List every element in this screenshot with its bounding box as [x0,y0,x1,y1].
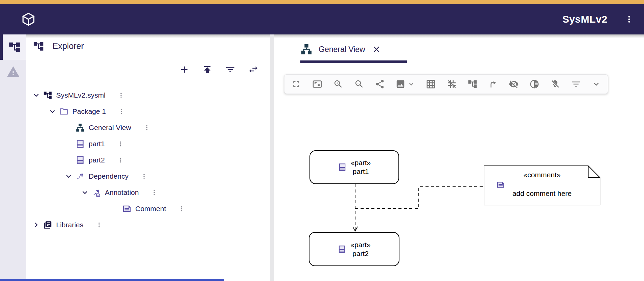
kebab-icon[interactable] [117,107,125,116]
fade-elements-button[interactable] [529,77,539,91]
zoom-out-icon [354,79,364,89]
folder-icon [59,106,69,117]
node-stereotype: «comment» [484,171,600,179]
export-image-menu-button[interactable] [407,77,415,91]
left-rail [0,34,26,281]
tree-item-label: Dependency [89,172,129,180]
tree-item-label: Comment [135,205,166,213]
tree-item-annotation[interactable]: Annotation [26,184,270,201]
part-icon [75,139,85,149]
kebab-icon[interactable] [95,221,103,229]
tree-item-comment[interactable]: Comment [26,201,270,217]
zoom-in-button[interactable] [333,77,343,91]
comment-body-text: add comment here [484,189,600,198]
unpin-elements-button[interactable] [550,77,560,91]
kebab-icon[interactable] [150,188,158,197]
chevron-down-icon [592,79,601,89]
diagram-icon [75,123,85,133]
filter-tree-button[interactable] [224,63,237,76]
grid-off-icon [447,79,457,89]
bottom-selection-bar [0,279,224,281]
new-object-button[interactable] [178,63,191,76]
tree-item-part1[interactable]: part1 [26,136,270,152]
chevron-down-icon[interactable] [30,90,43,100]
app-title: SysMLv2 [562,14,607,25]
share-icon [375,79,385,89]
tree-item-part2[interactable]: part2 [26,152,270,168]
top-app-bar: SysMLv2 [0,4,644,34]
explorer-header: Explorer [26,34,270,58]
explorer-tree: SysMLv2.sysml Package 1 General View par… [26,81,270,233]
tree-item-label: Annotation [105,188,139,197]
filter-icon [225,64,236,75]
chevron-down-icon [407,80,415,88]
filter-elements-button[interactable] [571,77,581,91]
tree-item-package-1[interactable]: Package 1 [26,103,270,120]
comment-icon [122,204,132,214]
tree-item-label: SysMLv2.sysml [56,91,106,99]
cube-icon [21,11,36,27]
tree-item-libraries[interactable]: Libraries [26,217,270,233]
zoom-in-icon [333,79,343,89]
tree-item-label: General View [89,124,131,132]
kebab-icon[interactable] [140,172,148,180]
tree-item-label: part2 [89,156,105,164]
fit-to-screen-button[interactable] [312,77,323,91]
node-part2[interactable]: «part» part2 [309,232,399,266]
node-stereotype: «part» [350,240,371,249]
account-tree-icon [43,90,53,100]
chevron-right-icon[interactable] [30,220,43,230]
swap-horizontal-icon [248,64,259,75]
kebab-icon [624,14,634,24]
fit-screen-icon [312,79,323,90]
auto-route-button[interactable] [488,77,498,91]
panel-divider[interactable] [270,34,274,281]
kebab-icon[interactable] [116,156,124,164]
synchronize-button[interactable] [247,63,260,76]
more-tools-button[interactable] [592,77,601,91]
library-icon [43,220,53,230]
arrange-all-button[interactable] [467,77,478,91]
account-tree-icon [8,41,21,54]
node-part1[interactable]: «part» part1 [309,150,399,184]
chevron-down-icon[interactable] [46,106,59,117]
kebab-icon[interactable] [143,124,151,132]
tree-item-dependency[interactable]: Dependency [26,168,270,184]
snap-to-grid-off-button[interactable] [447,77,457,91]
annotation-edge[interactable] [355,187,484,208]
tree-item-general-view[interactable]: General View [26,120,270,136]
rail-item-validation[interactable] [0,60,26,84]
export-image-button[interactable] [395,77,406,91]
grid-icon [426,79,436,89]
tree-item-sysmlv2-sysml[interactable]: SysMLv2.sysml [26,87,270,103]
kebab-icon[interactable] [116,140,124,148]
curved-arrow-icon [488,79,498,89]
image-icon [395,79,406,89]
node-name: part2 [352,249,369,258]
fullscreen-button[interactable] [291,77,301,91]
diagram-canvas[interactable]: «part» part1 «part» part2 «comment» add [274,34,644,281]
app-logo-button[interactable] [20,10,37,28]
account-tree-icon [33,41,44,52]
kebab-icon[interactable] [178,205,186,213]
chevron-down-icon[interactable] [78,187,91,198]
warning-icon [6,65,20,79]
chevron-down-icon[interactable] [62,171,75,181]
toggle-grid-button[interactable] [426,77,436,91]
dependency-icon [75,171,85,181]
node-comment[interactable]: «comment» add comment here [484,165,600,205]
rail-item-explorer[interactable] [0,34,26,60]
app-menu-button[interactable] [620,10,638,28]
part-icon [338,162,347,172]
part-icon [338,245,346,254]
share-button[interactable] [375,77,385,91]
kebab-icon[interactable] [117,91,125,99]
explorer-title: Explorer [52,41,84,51]
zoom-out-button[interactable] [354,77,364,91]
tonality-icon [529,79,539,89]
node-name: part1 [353,167,369,176]
explorer-toolbar [26,58,270,81]
hide-elements-button[interactable] [509,77,519,91]
explorer-panel: Explorer SysMLv2.sysml Package 1 [26,34,270,281]
upload-model-button[interactable] [201,63,214,76]
